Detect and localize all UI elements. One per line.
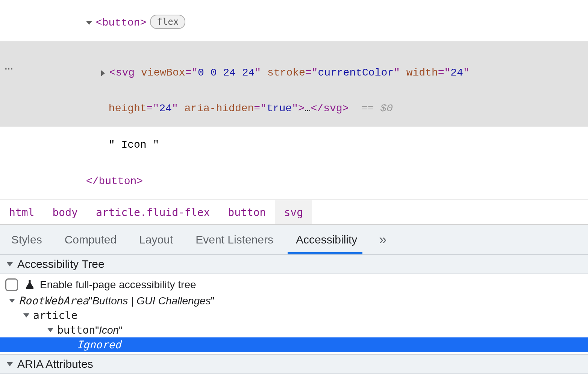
accessibility-tree: RootWebArea "Buttons | GUI Challenges" a…: [5, 293, 583, 352]
checkbox-icon[interactable]: [5, 278, 18, 291]
chevron-down-icon: [7, 362, 13, 366]
dom-text-node-icon[interactable]: " Icon ": [0, 127, 588, 163]
a11y-node-ignored-selected[interactable]: Ignored: [0, 337, 588, 352]
chevron-down-icon: [9, 299, 15, 303]
section-header-aria-attributes[interactable]: ARIA Attributes: [0, 354, 588, 374]
chevron-down-icon: [23, 313, 29, 318]
accessibility-tree-body: Enable full-page accessibility tree Root…: [0, 274, 588, 354]
a11y-node-button[interactable]: button "Icon": [5, 323, 583, 337]
section-title: ARIA Attributes: [17, 358, 93, 370]
breadcrumb-body[interactable]: body: [43, 200, 86, 224]
tabs-overflow-icon[interactable]: »: [368, 225, 397, 254]
tab-layout[interactable]: Layout: [128, 225, 184, 254]
tab-event-listeners[interactable]: Event Listeners: [184, 225, 285, 254]
tab-styles[interactable]: Styles: [0, 225, 53, 254]
flex-badge[interactable]: flex: [150, 15, 185, 29]
breadcrumb: html body article.fluid-flex button svg: [0, 200, 588, 225]
enable-full-page-a11y-tree-row[interactable]: Enable full-page accessibility tree: [5, 277, 583, 293]
tab-computed[interactable]: Computed: [53, 225, 128, 254]
chevron-down-icon: [47, 328, 53, 332]
dom-tag-name: button: [102, 17, 140, 29]
dom-node-button-close[interactable]: </button>: [0, 163, 588, 200]
breadcrumb-html[interactable]: html: [0, 200, 43, 224]
more-actions-icon[interactable]: …: [2, 64, 17, 67]
sidebar-tabs: Styles Computed Layout Event Listeners A…: [0, 225, 588, 255]
dom-node-svg-selected[interactable]: … <svg viewBox="0 0 24 24" stroke="curre…: [0, 41, 588, 90]
dom-ellipsis: …: [305, 103, 311, 114]
chevron-down-icon: [7, 262, 13, 266]
section-title: Accessibility Tree: [17, 258, 105, 271]
dom-node-svg-line2[interactable]: height="24" aria-hidden="true">…</svg> =…: [0, 90, 588, 127]
breadcrumb-article[interactable]: article.fluid-flex: [87, 200, 219, 224]
breadcrumb-button[interactable]: button: [219, 200, 275, 224]
tab-accessibility[interactable]: Accessibility: [285, 225, 368, 254]
enable-full-page-label: Enable full-page accessibility tree: [40, 279, 196, 291]
dom-svg-tag: svg: [116, 67, 135, 79]
section-header-accessibility-tree[interactable]: Accessibility Tree: [0, 255, 588, 274]
chevron-down-icon[interactable]: [86, 21, 92, 25]
devtools-elements-accessibility-panel: <button>flex … <svg viewBox="0 0 24 24" …: [0, 0, 588, 378]
aria-attributes-body: aria-hidden: true: [0, 374, 588, 378]
chevron-right-icon[interactable]: [101, 70, 105, 76]
dom-node-button-open[interactable]: <button>flex: [0, 2, 588, 41]
a11y-node-article[interactable]: article: [5, 308, 583, 323]
breadcrumb-svg[interactable]: svg: [275, 200, 312, 224]
dom-tree: <button>flex … <svg viewBox="0 0 24 24" …: [0, 0, 588, 200]
a11y-node-root[interactable]: RootWebArea "Buttons | GUI Challenges": [5, 293, 583, 308]
flask-icon: [24, 278, 35, 291]
dollar-zero-selected-indicator: == $0: [361, 103, 393, 114]
